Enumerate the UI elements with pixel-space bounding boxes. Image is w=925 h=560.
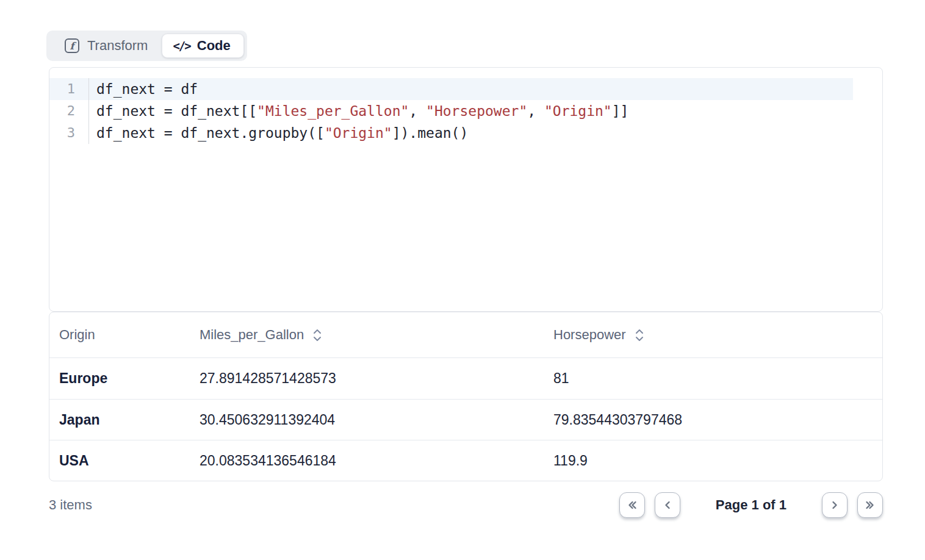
column-header-horsepower[interactable]: Horsepower [553,327,873,343]
table-row[interactable]: Europe27.89142857142857381 [49,358,882,399]
function-icon: f [65,38,79,53]
chevron-left-icon [661,499,674,511]
table-row[interactable]: Japan30.45063291139240479.83544303797468 [49,399,882,440]
line-number: 1 [49,78,89,100]
items-count: 3 items [49,497,92,513]
table-row[interactable]: USA20.083534136546184119.9 [49,440,882,481]
column-header-origin: Origin [59,327,200,343]
cell-horsepower: 81 [553,370,873,387]
last-page-button[interactable] [857,492,883,518]
view-mode-tabs: f Transform </> Code [46,31,247,61]
tab-transform[interactable]: f Transform [49,34,162,58]
code-editor[interactable]: 1df_next = df2df_next = df_next[["Miles_… [49,67,883,312]
double-chevron-left-icon [626,499,638,511]
code-line-text: df_next = df [89,78,198,100]
cell-origin: Japan [59,412,200,428]
cell-horsepower: 79.83544303797468 [553,412,873,428]
previous-page-button[interactable] [655,492,680,518]
tab-code-label: Code [197,38,231,54]
cell-origin: USA [59,453,200,469]
tab-transform-label: Transform [87,38,148,54]
column-header-miles_per_gallon[interactable]: Miles_per_Gallon [200,327,553,343]
cell-horsepower: 119.9 [553,453,873,469]
page-indicator: Page 1 of 1 [716,497,786,513]
first-page-button[interactable] [619,492,645,518]
sort-icon[interactable] [635,328,644,342]
code-line-text: df_next = df_next.groupby(["Origin"]).me… [89,122,468,144]
cell-miles_per_gallon: 20.083534136546184 [200,453,553,469]
cell-miles_per_gallon: 27.891428571428573 [200,370,553,387]
column-header-label: Horsepower [553,327,626,343]
table-footer: 3 items Page 1 of 1 [49,481,883,529]
cell-miles_per_gallon: 30.450632911392404 [200,412,553,428]
next-page-button[interactable] [822,492,848,518]
pagination: Page 1 of 1 [619,492,883,518]
tab-code[interactable]: </> Code [162,34,243,58]
code-line[interactable]: 3df_next = df_next.groupby(["Origin"]).m… [49,122,882,144]
code-line[interactable]: 1df_next = df [49,78,882,100]
line-number: 3 [49,122,89,144]
column-header-label: Origin [59,327,95,343]
code-icon: </> [173,39,190,52]
line-number: 2 [49,100,89,122]
double-chevron-right-icon [864,499,876,511]
column-header-label: Miles_per_Gallon [200,327,304,343]
result-table: OriginMiles_per_GallonHorsepower Europe2… [49,312,883,481]
sort-icon[interactable] [312,328,322,342]
chevron-right-icon [829,499,841,511]
code-line-text: df_next = df_next[["Miles_per_Gallon", "… [89,100,628,122]
table-header-row: OriginMiles_per_GallonHorsepower [49,312,882,358]
code-line[interactable]: 2df_next = df_next[["Miles_per_Gallon", … [49,100,882,122]
cell-origin: Europe [59,370,200,387]
